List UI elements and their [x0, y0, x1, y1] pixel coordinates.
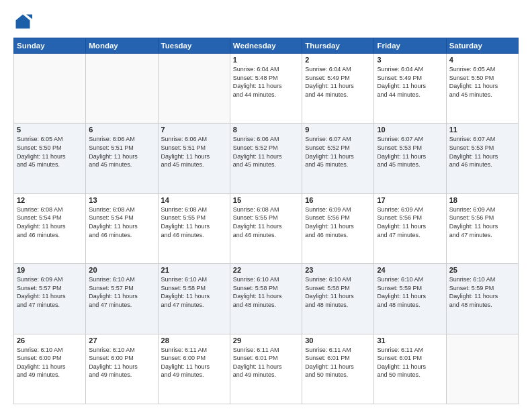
calendar-cell: 20Sunrise: 6:10 AM Sunset: 5:57 PM Dayli… — [86, 264, 158, 334]
calendar-cell: 17Sunrise: 6:09 AM Sunset: 5:56 PM Dayli… — [374, 193, 446, 263]
day-number: 26 — [17, 336, 83, 345]
day-number: 8 — [233, 126, 299, 134]
day-info: Sunrise: 6:06 AM Sunset: 5:51 PM Dayligh… — [89, 135, 154, 169]
calendar-cell: 24Sunrise: 6:10 AM Sunset: 5:59 PM Dayli… — [374, 264, 446, 334]
day-info: Sunrise: 6:11 AM Sunset: 6:01 PM Dayligh… — [233, 346, 299, 379]
day-info: Sunrise: 6:09 AM Sunset: 5:56 PM Dayligh… — [377, 205, 443, 239]
calendar-cell: 8Sunrise: 6:06 AM Sunset: 5:52 PM Daylig… — [230, 124, 302, 193]
day-info: Sunrise: 6:09 AM Sunset: 5:56 PM Dayligh… — [305, 205, 371, 239]
calendar-cell: 13Sunrise: 6:08 AM Sunset: 5:54 PM Dayli… — [86, 193, 158, 263]
day-info: Sunrise: 6:11 AM Sunset: 6:01 PM Dayligh… — [377, 346, 443, 379]
calendar-cell: 6Sunrise: 6:06 AM Sunset: 5:51 PM Daylig… — [86, 124, 158, 193]
calendar-week-row: 12Sunrise: 6:08 AM Sunset: 5:54 PM Dayli… — [14, 193, 519, 263]
day-info: Sunrise: 6:08 AM Sunset: 5:54 PM Dayligh… — [89, 205, 154, 239]
page: SundayMondayTuesdayWednesdayThursdayFrid… — [0, 0, 532, 411]
day-number: 19 — [17, 266, 83, 274]
calendar-week-row: 5Sunrise: 6:05 AM Sunset: 5:50 PM Daylig… — [14, 124, 519, 193]
day-info: Sunrise: 6:10 AM Sunset: 5:59 PM Dayligh… — [377, 275, 443, 309]
calendar-week-row: 1Sunrise: 6:04 AM Sunset: 5:48 PM Daylig… — [14, 54, 519, 124]
calendar-cell: 26Sunrise: 6:10 AM Sunset: 6:00 PM Dayli… — [14, 334, 86, 404]
calendar-cell — [446, 334, 518, 404]
calendar-cell: 11Sunrise: 6:07 AM Sunset: 5:53 PM Dayli… — [446, 124, 518, 193]
calendar-cell — [86, 54, 158, 124]
day-info: Sunrise: 6:04 AM Sunset: 5:49 PM Dayligh… — [305, 65, 371, 99]
calendar-week-row: 19Sunrise: 6:09 AM Sunset: 5:57 PM Dayli… — [14, 264, 519, 334]
day-number: 9 — [305, 126, 371, 134]
day-info: Sunrise: 6:08 AM Sunset: 5:55 PM Dayligh… — [161, 205, 227, 239]
calendar-header-sunday: Sunday — [14, 38, 86, 54]
day-number: 2 — [305, 56, 371, 64]
day-number: 12 — [17, 196, 83, 204]
day-number: 22 — [233, 266, 299, 274]
day-number: 1 — [233, 56, 299, 64]
day-info: Sunrise: 6:07 AM Sunset: 5:53 PM Dayligh… — [449, 135, 515, 169]
day-number: 5 — [17, 126, 83, 134]
day-number: 3 — [377, 56, 443, 64]
day-number: 17 — [377, 196, 443, 204]
day-info: Sunrise: 6:08 AM Sunset: 5:55 PM Dayligh… — [233, 205, 299, 239]
day-number: 11 — [449, 126, 515, 134]
day-info: Sunrise: 6:11 AM Sunset: 6:01 PM Dayligh… — [305, 346, 371, 379]
calendar-cell: 16Sunrise: 6:09 AM Sunset: 5:56 PM Dayli… — [302, 193, 374, 263]
day-info: Sunrise: 6:09 AM Sunset: 5:57 PM Dayligh… — [17, 275, 83, 309]
day-info: Sunrise: 6:10 AM Sunset: 5:58 PM Dayligh… — [161, 275, 227, 309]
calendar-cell: 23Sunrise: 6:10 AM Sunset: 5:58 PM Dayli… — [302, 264, 374, 334]
calendar-header-saturday: Saturday — [446, 38, 518, 54]
day-number: 13 — [89, 196, 154, 204]
calendar-cell: 31Sunrise: 6:11 AM Sunset: 6:01 PM Dayli… — [374, 334, 446, 404]
day-info: Sunrise: 6:06 AM Sunset: 5:51 PM Dayligh… — [161, 135, 227, 169]
calendar-cell: 22Sunrise: 6:10 AM Sunset: 5:58 PM Dayli… — [230, 264, 302, 334]
calendar-cell: 28Sunrise: 6:11 AM Sunset: 6:00 PM Dayli… — [158, 334, 230, 404]
day-info: Sunrise: 6:05 AM Sunset: 5:50 PM Dayligh… — [449, 65, 515, 99]
day-number: 18 — [449, 196, 515, 204]
day-info: Sunrise: 6:04 AM Sunset: 5:49 PM Dayligh… — [377, 65, 443, 99]
day-number: 20 — [89, 266, 154, 274]
day-info: Sunrise: 6:07 AM Sunset: 5:53 PM Dayligh… — [377, 135, 443, 169]
day-number: 6 — [89, 126, 154, 134]
day-info: Sunrise: 6:11 AM Sunset: 6:00 PM Dayligh… — [161, 346, 227, 379]
day-number: 27 — [89, 336, 154, 345]
day-number: 7 — [161, 126, 227, 134]
day-number: 23 — [305, 266, 371, 274]
calendar-cell: 19Sunrise: 6:09 AM Sunset: 5:57 PM Dayli… — [14, 264, 86, 334]
day-number: 31 — [377, 336, 443, 345]
calendar-cell: 9Sunrise: 6:07 AM Sunset: 5:52 PM Daylig… — [302, 124, 374, 193]
logo-icon — [13, 12, 32, 31]
calendar-cell: 18Sunrise: 6:09 AM Sunset: 5:56 PM Dayli… — [446, 193, 518, 263]
calendar-cell: 2Sunrise: 6:04 AM Sunset: 5:49 PM Daylig… — [302, 54, 374, 124]
day-info: Sunrise: 6:08 AM Sunset: 5:54 PM Dayligh… — [17, 205, 83, 239]
calendar-cell: 7Sunrise: 6:06 AM Sunset: 5:51 PM Daylig… — [158, 124, 230, 193]
day-info: Sunrise: 6:10 AM Sunset: 5:59 PM Dayligh… — [449, 275, 515, 309]
day-number: 14 — [161, 196, 227, 204]
calendar-cell: 3Sunrise: 6:04 AM Sunset: 5:49 PM Daylig… — [374, 54, 446, 124]
day-number: 28 — [161, 336, 227, 345]
calendar-cell: 29Sunrise: 6:11 AM Sunset: 6:01 PM Dayli… — [230, 334, 302, 404]
day-number: 24 — [377, 266, 443, 274]
day-info: Sunrise: 6:10 AM Sunset: 5:58 PM Dayligh… — [305, 275, 371, 309]
calendar-cell — [14, 54, 86, 124]
day-info: Sunrise: 6:10 AM Sunset: 5:58 PM Dayligh… — [233, 275, 299, 309]
day-info: Sunrise: 6:07 AM Sunset: 5:52 PM Dayligh… — [305, 135, 371, 169]
day-info: Sunrise: 6:09 AM Sunset: 5:56 PM Dayligh… — [449, 205, 515, 239]
svg-marker-0 — [16, 15, 30, 29]
day-info: Sunrise: 6:05 AM Sunset: 5:50 PM Dayligh… — [17, 135, 83, 169]
day-number: 15 — [233, 196, 299, 204]
calendar-cell: 25Sunrise: 6:10 AM Sunset: 5:59 PM Dayli… — [446, 264, 518, 334]
day-info: Sunrise: 6:06 AM Sunset: 5:52 PM Dayligh… — [233, 135, 299, 169]
logo — [13, 12, 35, 31]
day-number: 29 — [233, 336, 299, 345]
calendar-cell: 12Sunrise: 6:08 AM Sunset: 5:54 PM Dayli… — [14, 193, 86, 263]
calendar-cell: 1Sunrise: 6:04 AM Sunset: 5:48 PM Daylig… — [230, 54, 302, 124]
calendar-header-monday: Monday — [86, 38, 158, 54]
calendar-header-thursday: Thursday — [302, 38, 374, 54]
day-info: Sunrise: 6:04 AM Sunset: 5:48 PM Dayligh… — [233, 65, 299, 99]
calendar-cell: 10Sunrise: 6:07 AM Sunset: 5:53 PM Dayli… — [374, 124, 446, 193]
day-info: Sunrise: 6:10 AM Sunset: 6:00 PM Dayligh… — [89, 346, 154, 379]
calendar-header-friday: Friday — [374, 38, 446, 54]
calendar-cell: 15Sunrise: 6:08 AM Sunset: 5:55 PM Dayli… — [230, 193, 302, 263]
calendar-header-tuesday: Tuesday — [158, 38, 230, 54]
calendar-header-wednesday: Wednesday — [230, 38, 302, 54]
calendar-cell: 5Sunrise: 6:05 AM Sunset: 5:50 PM Daylig… — [14, 124, 86, 193]
day-number: 10 — [377, 126, 443, 134]
day-number: 30 — [305, 336, 371, 345]
